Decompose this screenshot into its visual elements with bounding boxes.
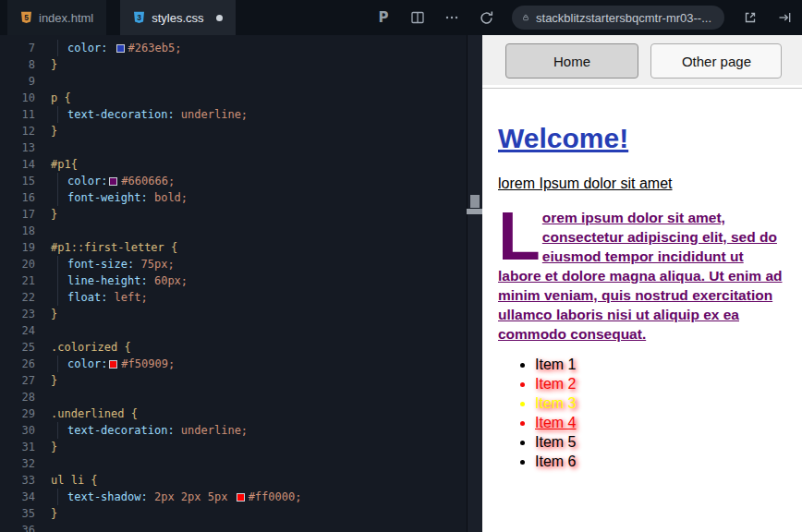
line-code: } (51, 372, 57, 389)
line-number[interactable]: 26 (0, 356, 35, 372)
svg-text:3: 3 (137, 13, 141, 22)
code-line[interactable]: 30text-decoration: underline; (0, 422, 482, 439)
line-number[interactable]: 12 (0, 123, 35, 139)
code-line[interactable]: 16font-weight: bold; (0, 189, 482, 206)
code-line[interactable]: 36 (0, 522, 482, 532)
dock-right-icon[interactable] (776, 9, 793, 26)
lock-icon (522, 11, 529, 24)
line-number[interactable]: 21 (0, 272, 35, 289)
code-line[interactable]: 26color:#f50909; (0, 356, 482, 372)
list-item: Item 2 (535, 374, 802, 393)
topbar: 5 index.html 3 styles.css P (0, 0, 802, 35)
nav-divider (482, 88, 802, 89)
code-token: : (101, 357, 107, 370)
code-line[interactable]: 17} (0, 206, 482, 223)
line-code: text-shadow: 2px 2px 5px #ff0000; (51, 489, 301, 505)
code-token: #p1{ (51, 158, 78, 171)
line-number[interactable]: 10 (0, 90, 35, 106)
code-line[interactable]: 31} (0, 439, 482, 455)
refresh-icon[interactable] (478, 9, 494, 26)
line-number[interactable]: 31 (0, 439, 35, 455)
line-number[interactable]: 9 (0, 73, 35, 90)
line-number[interactable]: 17 (0, 206, 35, 223)
code-line[interactable]: 23} (0, 306, 482, 322)
line-number[interactable]: 16 (0, 189, 35, 206)
line-code: .underlined { (51, 405, 138, 422)
indent-guide (57, 272, 67, 289)
code-line[interactable]: 34text-shadow: 2px 2px 5px #ff0000; (0, 489, 482, 505)
more-icon[interactable] (444, 9, 460, 26)
preview-nav: Home Other page (482, 35, 802, 85)
code-line[interactable]: 35} (0, 505, 482, 522)
line-number[interactable]: 34 (0, 489, 35, 505)
svg-text:5: 5 (24, 13, 29, 22)
code-token: text-shadow (67, 490, 140, 503)
code-line[interactable]: 10p { (0, 90, 482, 106)
code-token: } (51, 374, 57, 387)
line-number[interactable]: 13 (0, 139, 35, 156)
code-token: #660666; (121, 175, 175, 187)
code-token: : (101, 291, 114, 304)
prettier-icon[interactable]: P (375, 9, 392, 26)
line-number[interactable]: 15 (0, 173, 35, 189)
code-editor[interactable]: 7color: #263eb5;8}910p {11text-decoratio… (0, 35, 482, 532)
open-external-icon[interactable] (742, 9, 759, 26)
list-item: Item 4 (535, 413, 802, 432)
line-number[interactable]: 32 (0, 455, 35, 472)
line-number[interactable]: 7 (0, 40, 35, 56)
tab-label: styles.css (152, 11, 203, 25)
indent-guide (57, 289, 67, 306)
home-button[interactable]: Home (505, 43, 638, 79)
code-line[interactable]: 18 (0, 223, 482, 239)
line-number[interactable]: 30 (0, 422, 35, 439)
code-line[interactable]: 32 (0, 455, 482, 472)
line-number[interactable]: 29 (0, 405, 35, 422)
split-editor-icon[interactable] (409, 9, 426, 26)
line-number[interactable]: 33 (0, 472, 35, 489)
line-number[interactable]: 14 (0, 156, 35, 173)
line-number[interactable]: 22 (0, 289, 35, 306)
tab-styles-css[interactable]: 3 styles.css (120, 0, 235, 35)
line-number[interactable]: 28 (0, 389, 35, 405)
line-number[interactable]: 27 (0, 372, 35, 389)
code-line[interactable]: 22float: left; (0, 289, 482, 306)
line-number[interactable]: 23 (0, 306, 35, 322)
code-line[interactable]: 27} (0, 372, 482, 389)
url-text: stackblitzstartersbqcmtr-mr03--... (536, 11, 711, 25)
code-token: text-decoration (67, 424, 167, 437)
line-number[interactable]: 8 (0, 56, 35, 73)
code-line[interactable]: 8} (0, 56, 482, 73)
code-line[interactable]: 20font-size: 75px; (0, 256, 482, 272)
other-page-button[interactable]: Other page (650, 43, 782, 79)
code-line[interactable]: 9 (0, 73, 482, 90)
tab-index-html[interactable]: 5 index.html (7, 0, 106, 35)
line-number[interactable]: 24 (0, 322, 35, 339)
line-number[interactable]: 20 (0, 256, 35, 272)
code-line[interactable]: 7color: #263eb5; (0, 40, 482, 56)
code-line[interactable]: 14#p1{ (0, 156, 482, 173)
code-line[interactable]: 24 (0, 322, 482, 339)
url-bar[interactable]: stackblitzstartersbqcmtr-mr03--... (512, 6, 724, 30)
code-line[interactable]: 25.colorized { (0, 339, 482, 356)
code-line[interactable]: 15color:#660666; (0, 173, 482, 189)
code-line[interactable]: 28 (0, 389, 482, 405)
line-number[interactable]: 11 (0, 106, 35, 123)
line-code: text-decoration: underline; (51, 422, 248, 439)
preview-pane: Home Other page Welcome! lorem Ipsum dol… (482, 35, 802, 532)
line-number[interactable]: 19 (0, 239, 35, 256)
line-number[interactable]: 18 (0, 223, 35, 239)
scrollbar-thumb[interactable] (470, 195, 480, 208)
editor-scrollbar[interactable] (467, 35, 482, 532)
code-line[interactable]: 12} (0, 123, 482, 139)
code-line[interactable]: 33ul li { (0, 472, 482, 489)
line-number[interactable]: 25 (0, 339, 35, 356)
line-number[interactable]: 36 (0, 522, 35, 532)
code-token: .colorized { (51, 341, 131, 354)
code-line[interactable]: 11text-decoration: underline; (0, 106, 482, 123)
code-line[interactable]: 29.underlined { (0, 405, 482, 422)
code-line[interactable]: 19#p1::first-letter { (0, 239, 482, 256)
line-number[interactable]: 35 (0, 505, 35, 522)
code-line[interactable]: 13 (0, 139, 482, 156)
pane-resize-handle[interactable] (467, 209, 482, 214)
code-line[interactable]: 21line-height: 60px; (0, 272, 482, 289)
